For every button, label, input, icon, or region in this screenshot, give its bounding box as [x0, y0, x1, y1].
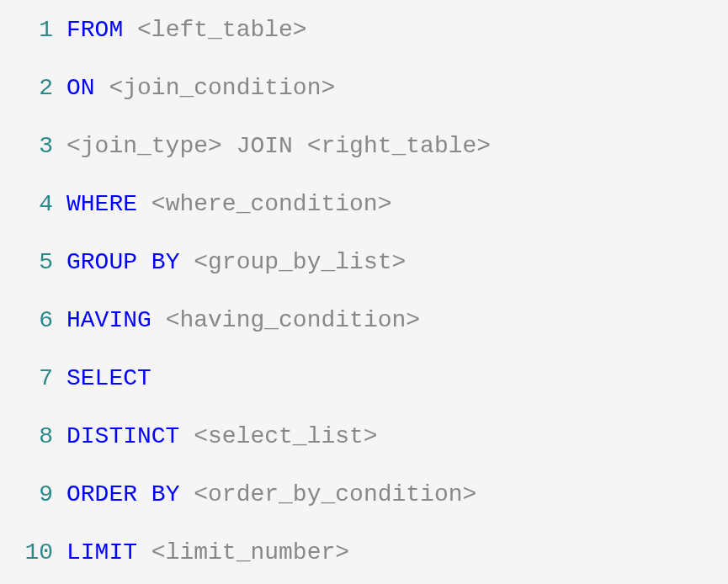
token-placeholder: <join_type>: [66, 133, 222, 159]
token-placeholder: <select_list>: [194, 423, 377, 449]
token-space: [123, 17, 137, 43]
line-content: <join_type> JOIN <right_table>: [66, 133, 491, 159]
code-line: 5GROUP BY <group_by_list>: [13, 249, 715, 275]
line-number: 9: [13, 481, 53, 507]
token-space: [151, 307, 166, 333]
code-line: 6HAVING <having_condition>: [13, 307, 715, 333]
code-line: 8DISTINCT <select_list>: [13, 423, 715, 449]
code-line: 9ORDER BY <order_by_condition>: [13, 481, 715, 507]
line-content: DISTINCT <select_list>: [66, 423, 378, 449]
line-number: 10: [13, 539, 53, 565]
code-line: 10LIMIT <limit_number>: [13, 539, 715, 565]
token-space: [222, 133, 236, 159]
token-keyword: HAVING: [66, 307, 151, 333]
token-placeholder: <group_by_list>: [194, 249, 406, 275]
token-space: [137, 539, 151, 565]
token-space: [95, 75, 109, 101]
line-number: 8: [13, 423, 53, 449]
line-content: FROM <left_table>: [66, 17, 307, 43]
code-line: 2ON <join_condition>: [13, 75, 715, 101]
token-placeholder: <limit_number>: [151, 539, 349, 565]
line-number: 5: [13, 249, 53, 275]
line-content: HAVING <having_condition>: [66, 307, 420, 333]
line-number: 6: [13, 307, 53, 333]
token-placeholder: <join_condition>: [109, 75, 335, 101]
code-line: 4WHERE <where_condition>: [13, 191, 715, 217]
token-placeholder: <right_table>: [307, 133, 491, 159]
token-keyword: ORDER: [66, 481, 137, 507]
token-placeholder: <left_table>: [137, 17, 307, 43]
token-space: [137, 191, 151, 217]
line-number: 2: [13, 75, 53, 101]
line-content: LIMIT <limit_number>: [66, 539, 349, 565]
token-keyword: BY: [151, 481, 180, 507]
token-space: [293, 133, 307, 159]
line-number: 7: [13, 365, 53, 391]
code-line: 1FROM <left_table>: [13, 17, 715, 43]
token-keyword: DISTINCT: [66, 423, 179, 449]
token-keyword: GROUP: [66, 249, 137, 275]
token-space: [137, 481, 151, 507]
token-space: [179, 481, 194, 507]
line-number: 3: [13, 133, 53, 159]
token-placeholder: <having_condition>: [166, 307, 420, 333]
token-join-keyword: JOIN: [236, 133, 293, 159]
token-space: [179, 423, 194, 449]
token-placeholder: <where_condition>: [151, 191, 392, 217]
line-content: GROUP BY <group_by_list>: [66, 249, 406, 275]
token-keyword: FROM: [66, 17, 123, 43]
line-content: ON <join_condition>: [66, 75, 335, 101]
token-placeholder: <order_by_condition>: [194, 481, 476, 507]
token-keyword: ON: [66, 75, 95, 101]
line-content: WHERE <where_condition>: [66, 191, 391, 217]
code-line: 3<join_type> JOIN <right_table>: [13, 133, 715, 159]
token-keyword: BY: [151, 249, 180, 275]
token-space: [137, 249, 151, 275]
code-block: 1FROM <left_table>2ON <join_condition>3<…: [13, 17, 715, 565]
token-keyword: SELECT: [66, 365, 151, 391]
token-keyword: WHERE: [66, 191, 137, 217]
line-number: 1: [13, 17, 53, 43]
token-keyword: LIMIT: [66, 539, 137, 565]
token-space: [179, 249, 194, 275]
line-number: 4: [13, 191, 53, 217]
line-content: SELECT: [66, 365, 151, 391]
code-line: 7SELECT: [13, 365, 715, 391]
line-content: ORDER BY <order_by_condition>: [66, 481, 476, 507]
